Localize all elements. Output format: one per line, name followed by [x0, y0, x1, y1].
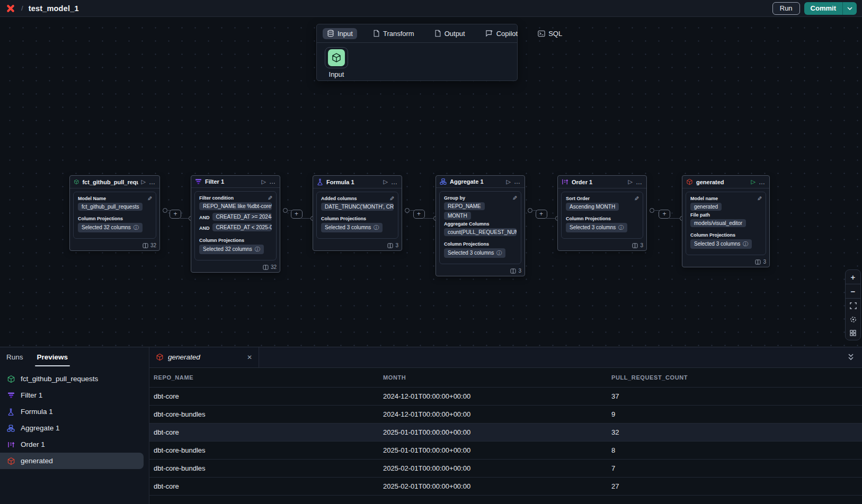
- edit-pencil-icon[interactable]: ✎: [389, 195, 394, 202]
- row-count: 32: [150, 242, 156, 248]
- info-icon[interactable]: ⓘ: [496, 250, 502, 256]
- projections-pill: Selected 32 columns ⓘ: [78, 223, 143, 232]
- aggregate-icon: [440, 178, 447, 185]
- cube-icon: [74, 178, 79, 185]
- node-header[interactable]: generated ▷ …: [682, 176, 769, 188]
- play-icon[interactable]: ▷: [384, 179, 388, 185]
- edit-pencil-icon[interactable]: ✎: [268, 195, 272, 202]
- close-icon[interactable]: ✕: [247, 354, 252, 361]
- sidebar-item-formula-1[interactable]: Formula 1: [0, 403, 149, 420]
- copilot-icon: [485, 30, 493, 37]
- edit-pencil-icon[interactable]: ✎: [147, 195, 152, 202]
- output-port[interactable]: [163, 208, 167, 213]
- play-icon[interactable]: ▷: [506, 179, 511, 185]
- preview-tab-generated[interactable]: generated ✕: [149, 347, 259, 367]
- table-row[interactable]: [149, 495, 862, 504]
- table-row[interactable]: dbt-core-bundles2024-12-01T00:00:00+00:0…: [149, 405, 862, 423]
- output-port[interactable]: [283, 208, 288, 213]
- edit-pencil-icon[interactable]: ✎: [634, 195, 639, 202]
- chevron-down-icon: [847, 7, 852, 10]
- tab-transform[interactable]: Transform: [363, 24, 424, 42]
- cube-icon: [6, 456, 15, 465]
- commit-split-button: Commit: [804, 2, 857, 15]
- palette-input-label: Input: [329, 70, 344, 78]
- info-icon[interactable]: ⓘ: [134, 224, 139, 230]
- add-node-button[interactable]: +: [291, 210, 303, 219]
- node-menu-icon[interactable]: …: [391, 181, 398, 184]
- sidebar-item-aggregate-1[interactable]: Aggregate 1: [0, 420, 149, 436]
- run-button[interactable]: Run: [772, 2, 800, 15]
- zoom-in-button[interactable]: +: [846, 270, 860, 284]
- node-menu-icon[interactable]: …: [636, 181, 643, 184]
- info-icon[interactable]: ⓘ: [618, 224, 624, 230]
- commit-button[interactable]: Commit: [804, 2, 842, 15]
- column-header[interactable]: PULL_REQUEST_COUNT: [607, 374, 862, 381]
- node-config-card: ✎ Group by REPO_NAME MONTH Aggregate Col…: [439, 191, 521, 264]
- table-row[interactable]: dbt-core-bundles2025-01-01T00:00:00+00:0…: [149, 441, 862, 459]
- row-count: 3: [395, 242, 398, 248]
- output-port[interactable]: [650, 208, 654, 213]
- add-node-button[interactable]: +: [413, 210, 425, 219]
- groupby-pill: REPO_NAME: [444, 202, 485, 210]
- field-label: Column Projections: [199, 238, 272, 243]
- play-icon[interactable]: ▷: [141, 179, 146, 185]
- node-header[interactable]: Filter 1 ▷ …: [191, 176, 280, 188]
- flask-icon: [6, 407, 15, 416]
- tab-output[interactable]: Output: [424, 24, 475, 42]
- fit-view-button[interactable]: [846, 299, 860, 312]
- play-icon[interactable]: ▷: [628, 179, 633, 185]
- node-header[interactable]: fct_github_pull_requests ▷ …: [70, 176, 159, 188]
- collapse-panel-button[interactable]: [847, 353, 855, 362]
- node-header[interactable]: Formula 1 ▷ …: [313, 176, 402, 188]
- graph-canvas[interactable]: Input Transform: [0, 17, 862, 347]
- preview-tab-label: generated: [168, 353, 200, 361]
- node-footer: 3: [436, 267, 525, 276]
- info-icon[interactable]: ⓘ: [743, 241, 748, 247]
- table-header-row: REPO_NAME MONTH PULL_REQUEST_COUNT: [149, 368, 862, 387]
- column-header[interactable]: MONTH: [379, 374, 607, 381]
- tab-sql[interactable]: SQL: [528, 24, 572, 42]
- tab-input[interactable]: Input: [317, 24, 363, 42]
- output-port[interactable]: [405, 208, 410, 213]
- tab-runs[interactable]: Runs: [6, 347, 23, 366]
- commit-dropdown-button[interactable]: [843, 2, 857, 15]
- node-header[interactable]: Aggregate 1 ▷ …: [436, 176, 525, 188]
- output-port[interactable]: [528, 208, 532, 213]
- edit-pencil-icon[interactable]: ✎: [512, 195, 517, 202]
- edge-connector: +: [647, 206, 682, 224]
- sidebar-item-label: Filter 1: [21, 391, 42, 399]
- zoom-out-button[interactable]: −: [846, 284, 860, 298]
- table-row[interactable]: dbt-core2025-01-01T00:00:00+00:0032: [149, 423, 862, 441]
- node-header[interactable]: Order 1 ▷ …: [558, 176, 646, 188]
- node-menu-icon[interactable]: …: [759, 181, 766, 184]
- cube-icon: [6, 374, 15, 383]
- preview-table: REPO_NAME MONTH PULL_REQUEST_COUNT dbt-c…: [149, 368, 862, 504]
- sidebar-item-generated[interactable]: generated: [0, 453, 144, 469]
- tab-copilot[interactable]: Copilot: [475, 24, 528, 42]
- table-row[interactable]: dbt-core2025-02-01T00:00:00+00:0027: [149, 477, 862, 495]
- sidebar-item-fct-github-pull-requests[interactable]: fct_github_pull_requests: [0, 371, 149, 387]
- edit-pencil-icon[interactable]: ✎: [757, 195, 762, 202]
- node-menu-icon[interactable]: …: [269, 180, 276, 183]
- column-header[interactable]: REPO_NAME: [149, 374, 379, 381]
- dbt-logo-icon[interactable]: [5, 3, 16, 14]
- sidebar-item-filter-1[interactable]: Filter 1: [0, 387, 149, 403]
- minimap-button[interactable]: [846, 326, 860, 340]
- table-row[interactable]: dbt-core-bundles2025-02-01T00:00:00+00:0…: [149, 459, 862, 477]
- locate-button[interactable]: [846, 312, 860, 326]
- add-node-button[interactable]: +: [170, 210, 181, 219]
- columns-icon: [387, 243, 393, 248]
- node-menu-icon[interactable]: …: [149, 181, 156, 184]
- add-node-button[interactable]: +: [536, 210, 547, 219]
- play-icon[interactable]: ▷: [751, 179, 756, 185]
- sidebar-item-order-1[interactable]: Order 1: [0, 436, 149, 453]
- add-node-button[interactable]: +: [659, 210, 670, 219]
- tab-previews[interactable]: Previews: [37, 347, 68, 366]
- info-icon[interactable]: ⓘ: [374, 224, 379, 230]
- node-menu-icon[interactable]: …: [514, 180, 521, 183]
- palette-input-node[interactable]: Input: [324, 47, 349, 78]
- info-icon[interactable]: ⓘ: [255, 246, 260, 252]
- condition-row: AND CREATED_AT < 2025-03-01: [199, 223, 272, 233]
- play-icon[interactable]: ▷: [262, 179, 266, 185]
- table-row[interactable]: dbt-core2024-12-01T00:00:00+00:0037: [149, 387, 862, 405]
